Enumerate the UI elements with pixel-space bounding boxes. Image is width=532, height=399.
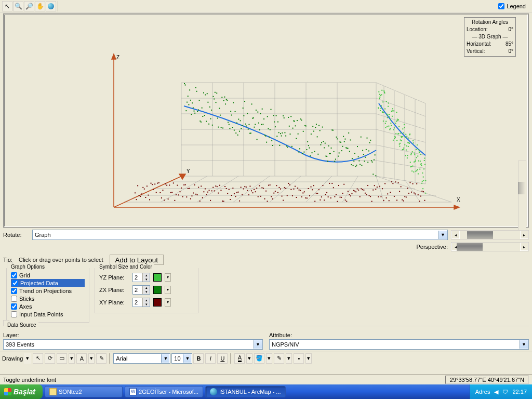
svg-rect-282 [383, 112, 384, 113]
add-to-layout-button[interactable]: Add to Layout [110, 255, 164, 265]
axes [112, 54, 459, 209]
select-tool[interactable]: ↖ [33, 353, 43, 364]
graph-rotate-vscroll[interactable] [518, 161, 526, 238]
attribute-combo[interactable]: NGPS/NIV▼ [269, 339, 529, 350]
xy-color[interactable] [153, 298, 162, 307]
svg-rect-613 [408, 193, 409, 194]
scrollbar-left[interactable]: ◂ [451, 231, 460, 239]
rotate-hscroll[interactable]: ◂ ▸ [451, 230, 529, 240]
svg-rect-239 [353, 165, 354, 166]
xy-color-dd[interactable]: ▾ [165, 298, 171, 307]
zoom-out-tool[interactable]: 🔎 [24, 1, 34, 11]
text-tool[interactable]: A [76, 353, 87, 364]
opt-projected[interactable]: Projected Data [11, 279, 85, 287]
bold-button[interactable]: B [193, 353, 204, 364]
svg-rect-275 [381, 105, 382, 107]
svg-rect-526 [293, 189, 294, 190]
svg-rect-147 [272, 145, 273, 146]
full-extent-tool[interactable] [46, 1, 56, 11]
legend-checkbox[interactable] [498, 3, 504, 9]
scrollbar-right[interactable]: ▸ [520, 231, 528, 239]
perspective-hscroll[interactable]: ◂ ▸ [451, 242, 529, 251]
pan-tool[interactable]: ✋ [35, 1, 45, 11]
start-button[interactable]: Başlat [0, 384, 43, 399]
zx-size[interactable]: 2▴▾ [132, 285, 150, 295]
taskbar-task[interactable]: SONtez2 [45, 386, 123, 397]
svg-rect-264 [375, 154, 376, 155]
svg-line-37 [342, 176, 358, 202]
chevron-down-icon[interactable]: ▼ [520, 340, 528, 349]
taskbar-task[interactable]: 2GEOİTser - Microsof... [125, 386, 203, 397]
shape-tool[interactable]: ▭ [57, 353, 67, 364]
line-color-button[interactable]: ✎ [274, 353, 284, 364]
marker-button[interactable]: • [294, 353, 304, 364]
svg-rect-242 [355, 166, 356, 167]
yz-color-dd[interactable]: ▾ [165, 273, 171, 282]
zx-color[interactable] [153, 286, 162, 294]
svg-rect-118 [247, 113, 248, 114]
svg-rect-285 [384, 92, 385, 94]
chevron-down-icon[interactable]: ▼ [254, 340, 262, 349]
rotate-combo[interactable]: Graph ▼ [32, 230, 448, 240]
italic-button[interactable]: I [205, 353, 216, 364]
yz-size[interactable]: 2▴▾ [132, 273, 150, 282]
font-combo[interactable]: Arial▼ [113, 353, 170, 364]
pointer-tool[interactable]: ↖ [2, 1, 12, 11]
yz-color[interactable] [153, 273, 162, 282]
svg-rect-603 [395, 181, 396, 182]
svg-rect-351 [407, 157, 408, 158]
svg-rect-560 [338, 185, 339, 186]
svg-rect-430 [166, 185, 167, 186]
svg-rect-52 [189, 89, 190, 90]
svg-rect-548 [322, 185, 323, 186]
tray-shield-icon[interactable]: 🛡 [502, 389, 508, 395]
underline-button[interactable]: U [217, 353, 228, 364]
fill-color-button[interactable]: 🪣 [254, 353, 264, 364]
svg-rect-322 [397, 119, 398, 120]
opt-trend[interactable]: Trend on Projections [11, 287, 85, 295]
font-color-button[interactable]: A [234, 353, 245, 364]
svg-rect-223 [339, 152, 340, 153]
svg-rect-115 [244, 101, 245, 102]
svg-rect-189 [309, 148, 310, 149]
svg-rect-543 [316, 193, 317, 194]
taskbar-task[interactable]: İSTANBUL - ArcMap - ... [205, 386, 286, 397]
svg-rect-65 [201, 122, 202, 123]
svg-rect-496 [254, 189, 255, 190]
tray-icon[interactable]: ◀ [494, 389, 498, 395]
xy-size[interactable]: 2▴▾ [132, 298, 150, 307]
chevron-down-icon[interactable]: ▾ [24, 353, 31, 364]
chevron-down-icon[interactable]: ▼ [438, 231, 447, 239]
legend-toggle[interactable]: Legend [498, 3, 530, 9]
svg-rect-136 [262, 124, 263, 125]
graph-canvas[interactable]: Rotation Angles Location:0° — 3D Graph —… [4, 15, 528, 227]
svg-rect-540 [312, 189, 313, 190]
system-tray[interactable]: Adres ◀ 🛡 22:17 [470, 384, 532, 399]
svg-rect-249 [361, 165, 362, 166]
rotate-tool[interactable]: ⟳ [45, 353, 55, 364]
svg-rect-476 [227, 193, 228, 194]
svg-rect-102 [233, 102, 234, 103]
opt-sticks[interactable]: Sticks [11, 295, 85, 302]
svg-rect-442 [182, 196, 183, 197]
svg-rect-304 [391, 125, 392, 126]
svg-rect-577 [361, 188, 362, 189]
svg-rect-383 [418, 174, 419, 175]
opt-axes[interactable]: Axes [11, 302, 85, 310]
svg-rect-493 [249, 185, 250, 187]
layer-combo[interactable]: 393 Events▼ [3, 339, 263, 350]
svg-rect-472 [222, 201, 223, 202]
svg-rect-110 [240, 120, 241, 121]
zoom-in-tool[interactable]: 🔍 [13, 1, 23, 11]
svg-rect-122 [250, 132, 251, 134]
font-size-combo[interactable]: 10▼ [171, 353, 192, 364]
svg-rect-485 [239, 201, 240, 202]
opt-grid[interactable]: Grid [11, 271, 85, 279]
svg-rect-344 [404, 144, 405, 145]
edit-tool[interactable]: ✎ [96, 353, 107, 364]
svg-rect-113 [243, 108, 244, 109]
zx-color-dd[interactable]: ▾ [165, 286, 171, 294]
svg-rect-615 [411, 192, 412, 193]
scrollbar-right[interactable]: ▸ [520, 243, 528, 251]
opt-input-points[interactable]: Input Data Points [11, 310, 85, 318]
